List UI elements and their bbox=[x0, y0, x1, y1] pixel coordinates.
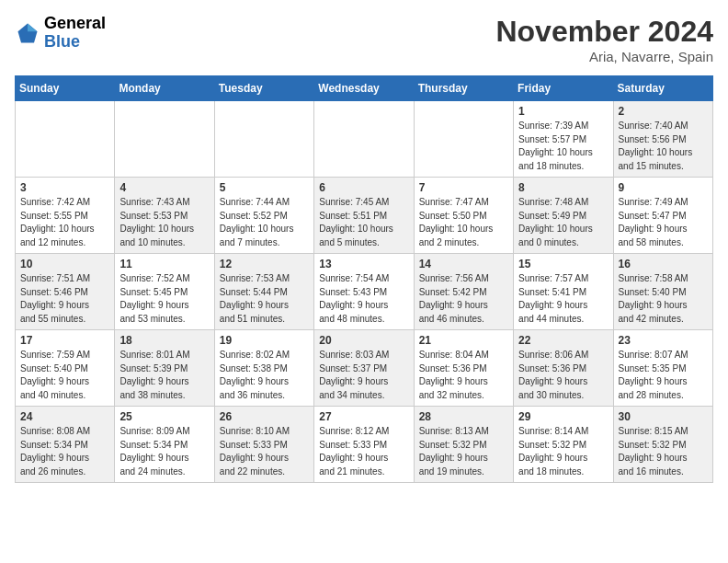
day-info: Sunrise: 8:03 AM Sunset: 5:37 PM Dayligh… bbox=[319, 349, 408, 402]
day-number: 10 bbox=[20, 258, 109, 270]
weekday-header: Saturday bbox=[613, 76, 712, 101]
logo-icon bbox=[15, 20, 40, 46]
calendar-cell: 19Sunrise: 8:02 AM Sunset: 5:38 PM Dayli… bbox=[214, 330, 313, 407]
calendar-cell: 16Sunrise: 7:58 AM Sunset: 5:40 PM Dayli… bbox=[613, 254, 712, 330]
calendar-cell bbox=[214, 101, 313, 178]
calendar-cell: 14Sunrise: 7:56 AM Sunset: 5:42 PM Dayli… bbox=[414, 254, 513, 330]
day-info: Sunrise: 7:45 AM Sunset: 5:51 PM Dayligh… bbox=[319, 196, 408, 249]
calendar-cell: 4Sunrise: 7:43 AM Sunset: 5:53 PM Daylig… bbox=[115, 178, 214, 254]
day-info: Sunrise: 7:44 AM Sunset: 5:52 PM Dayligh… bbox=[220, 196, 309, 249]
day-number: 1 bbox=[518, 105, 608, 118]
day-info: Sunrise: 7:56 AM Sunset: 5:42 PM Dayligh… bbox=[419, 272, 508, 326]
weekday-header: Wednesday bbox=[314, 76, 414, 101]
calendar-cell: 6Sunrise: 7:45 AM Sunset: 5:51 PM Daylig… bbox=[314, 178, 414, 254]
day-number: 2 bbox=[619, 105, 708, 118]
day-number: 7 bbox=[419, 181, 508, 194]
month-title: November 2024 bbox=[495, 15, 713, 49]
calendar-cell: 25Sunrise: 8:09 AM Sunset: 5:34 PM Dayli… bbox=[115, 407, 214, 483]
logo: General Blue bbox=[15, 15, 106, 52]
calendar-cell: 20Sunrise: 8:03 AM Sunset: 5:37 PM Dayli… bbox=[314, 330, 414, 407]
calendar-cell: 29Sunrise: 8:14 AM Sunset: 5:32 PM Dayli… bbox=[514, 407, 613, 483]
day-number: 22 bbox=[518, 334, 608, 347]
calendar-cell: 2Sunrise: 7:40 AM Sunset: 5:56 PM Daylig… bbox=[613, 101, 712, 178]
day-number: 3 bbox=[20, 181, 109, 194]
day-number: 16 bbox=[619, 258, 708, 270]
day-info: Sunrise: 7:49 AM Sunset: 5:47 PM Dayligh… bbox=[619, 196, 708, 249]
day-number: 15 bbox=[518, 258, 608, 270]
day-number: 28 bbox=[419, 410, 508, 423]
day-number: 6 bbox=[319, 181, 408, 194]
calendar-cell: 12Sunrise: 7:53 AM Sunset: 5:44 PM Dayli… bbox=[214, 254, 313, 330]
calendar-cell: 30Sunrise: 8:15 AM Sunset: 5:32 PM Dayli… bbox=[613, 407, 712, 483]
day-info: Sunrise: 8:06 AM Sunset: 5:36 PM Dayligh… bbox=[518, 349, 608, 402]
svg-marker-1 bbox=[28, 23, 38, 31]
day-info: Sunrise: 7:58 AM Sunset: 5:40 PM Dayligh… bbox=[619, 272, 708, 326]
calendar-cell: 5Sunrise: 7:44 AM Sunset: 5:52 PM Daylig… bbox=[214, 178, 313, 254]
calendar-cell: 17Sunrise: 7:59 AM Sunset: 5:40 PM Dayli… bbox=[16, 330, 115, 407]
day-number: 17 bbox=[20, 334, 109, 347]
calendar-week-row: 3Sunrise: 7:42 AM Sunset: 5:55 PM Daylig… bbox=[16, 178, 713, 254]
header: General Blue November 2024 Aria, Navarre… bbox=[15, 15, 713, 64]
day-number: 20 bbox=[319, 334, 408, 347]
day-info: Sunrise: 8:04 AM Sunset: 5:36 PM Dayligh… bbox=[419, 349, 508, 402]
day-info: Sunrise: 8:10 AM Sunset: 5:33 PM Dayligh… bbox=[220, 425, 309, 478]
day-info: Sunrise: 7:54 AM Sunset: 5:43 PM Dayligh… bbox=[319, 272, 408, 326]
location: Aria, Navarre, Spain bbox=[495, 49, 713, 64]
day-number: 26 bbox=[220, 410, 309, 423]
day-info: Sunrise: 7:48 AM Sunset: 5:49 PM Dayligh… bbox=[518, 196, 608, 249]
day-info: Sunrise: 7:52 AM Sunset: 5:45 PM Dayligh… bbox=[119, 272, 209, 326]
day-info: Sunrise: 8:12 AM Sunset: 5:33 PM Dayligh… bbox=[319, 425, 408, 478]
day-info: Sunrise: 8:01 AM Sunset: 5:39 PM Dayligh… bbox=[119, 349, 209, 402]
day-number: 19 bbox=[220, 334, 309, 347]
calendar-cell: 26Sunrise: 8:10 AM Sunset: 5:33 PM Dayli… bbox=[214, 407, 313, 483]
day-number: 4 bbox=[119, 181, 209, 194]
calendar-cell: 18Sunrise: 8:01 AM Sunset: 5:39 PM Dayli… bbox=[115, 330, 214, 407]
calendar-cell: 1Sunrise: 7:39 AM Sunset: 5:57 PM Daylig… bbox=[514, 101, 613, 178]
day-number: 24 bbox=[20, 410, 109, 423]
day-info: Sunrise: 7:59 AM Sunset: 5:40 PM Dayligh… bbox=[20, 349, 109, 402]
logo-blue: Blue bbox=[44, 33, 106, 52]
day-number: 5 bbox=[220, 181, 309, 194]
day-number: 14 bbox=[419, 258, 508, 270]
day-info: Sunrise: 7:40 AM Sunset: 5:56 PM Dayligh… bbox=[619, 120, 708, 173]
weekday-header: Friday bbox=[514, 76, 613, 101]
day-info: Sunrise: 8:08 AM Sunset: 5:34 PM Dayligh… bbox=[20, 425, 109, 478]
weekday-header: Monday bbox=[115, 76, 214, 101]
day-info: Sunrise: 8:14 AM Sunset: 5:32 PM Dayligh… bbox=[518, 425, 608, 478]
day-number: 11 bbox=[119, 258, 209, 270]
logo-general: General bbox=[44, 15, 106, 33]
weekday-header: Thursday bbox=[414, 76, 513, 101]
calendar-cell: 8Sunrise: 7:48 AM Sunset: 5:49 PM Daylig… bbox=[514, 178, 613, 254]
day-info: Sunrise: 8:07 AM Sunset: 5:35 PM Dayligh… bbox=[619, 349, 708, 402]
day-number: 23 bbox=[619, 334, 708, 347]
calendar-week-row: 1Sunrise: 7:39 AM Sunset: 5:57 PM Daylig… bbox=[16, 101, 713, 178]
calendar-cell: 11Sunrise: 7:52 AM Sunset: 5:45 PM Dayli… bbox=[115, 254, 214, 330]
calendar-week-row: 24Sunrise: 8:08 AM Sunset: 5:34 PM Dayli… bbox=[16, 407, 713, 483]
title-area: November 2024 Aria, Navarre, Spain bbox=[495, 15, 713, 64]
day-number: 21 bbox=[419, 334, 508, 347]
day-info: Sunrise: 7:43 AM Sunset: 5:53 PM Dayligh… bbox=[119, 196, 209, 249]
day-info: Sunrise: 8:13 AM Sunset: 5:32 PM Dayligh… bbox=[419, 425, 508, 478]
day-number: 12 bbox=[220, 258, 309, 270]
day-info: Sunrise: 7:51 AM Sunset: 5:46 PM Dayligh… bbox=[20, 272, 109, 326]
day-info: Sunrise: 7:57 AM Sunset: 5:41 PM Dayligh… bbox=[518, 272, 608, 326]
day-number: 18 bbox=[119, 334, 209, 347]
day-number: 8 bbox=[518, 181, 608, 194]
calendar-cell: 3Sunrise: 7:42 AM Sunset: 5:55 PM Daylig… bbox=[16, 178, 115, 254]
calendar-cell: 28Sunrise: 8:13 AM Sunset: 5:32 PM Dayli… bbox=[414, 407, 513, 483]
day-number: 13 bbox=[319, 258, 408, 270]
calendar-week-row: 17Sunrise: 7:59 AM Sunset: 5:40 PM Dayli… bbox=[16, 330, 713, 407]
weekday-header-row: SundayMondayTuesdayWednesdayThursdayFrid… bbox=[16, 76, 713, 101]
weekday-header: Sunday bbox=[16, 76, 115, 101]
day-info: Sunrise: 8:02 AM Sunset: 5:38 PM Dayligh… bbox=[220, 349, 309, 402]
day-info: Sunrise: 7:42 AM Sunset: 5:55 PM Dayligh… bbox=[20, 196, 109, 249]
day-info: Sunrise: 7:47 AM Sunset: 5:50 PM Dayligh… bbox=[419, 196, 508, 249]
day-number: 27 bbox=[319, 410, 408, 423]
calendar-cell bbox=[314, 101, 414, 178]
calendar-cell: 9Sunrise: 7:49 AM Sunset: 5:47 PM Daylig… bbox=[613, 178, 712, 254]
day-info: Sunrise: 8:15 AM Sunset: 5:32 PM Dayligh… bbox=[619, 425, 708, 478]
day-info: Sunrise: 7:39 AM Sunset: 5:57 PM Dayligh… bbox=[518, 120, 608, 173]
calendar-cell: 27Sunrise: 8:12 AM Sunset: 5:33 PM Dayli… bbox=[314, 407, 414, 483]
day-number: 30 bbox=[619, 410, 708, 423]
day-number: 29 bbox=[518, 410, 608, 423]
